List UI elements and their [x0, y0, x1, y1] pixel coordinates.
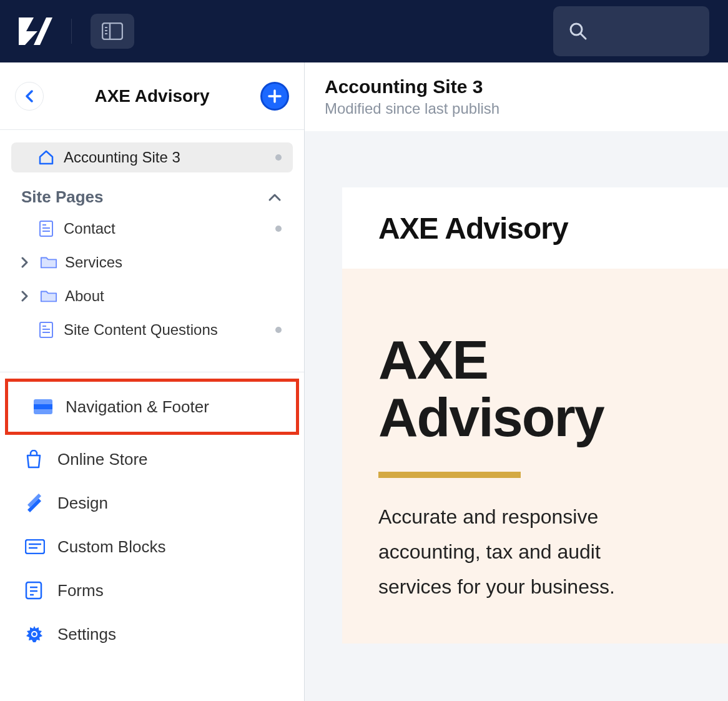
document-icon	[39, 321, 56, 339]
menu-label: Design	[57, 494, 108, 513]
menu-design[interactable]: Design	[0, 481, 304, 525]
page-item-about[interactable]: About	[11, 279, 293, 313]
design-icon	[25, 494, 45, 512]
folder-icon	[40, 289, 57, 304]
app-logo	[19, 17, 52, 45]
expand-chevron[interactable]	[17, 257, 32, 268]
modified-dot	[275, 327, 282, 333]
menu-online-store[interactable]: Online Store	[0, 437, 304, 481]
page-label: Site Content Questions	[64, 321, 268, 339]
blocks-icon	[25, 539, 45, 554]
expand-chevron[interactable]	[17, 291, 32, 302]
add-button[interactable]	[260, 82, 289, 111]
main: AXE Advisory Accounting Site 3 Site Page…	[0, 62, 728, 701]
menu-label: Forms	[57, 581, 104, 600]
hero-underline	[378, 472, 521, 478]
menu-label: Online Store	[57, 450, 148, 469]
page-label: Services	[65, 254, 282, 271]
page-label: Contact	[64, 220, 268, 237]
back-button[interactable]	[15, 82, 44, 111]
site-header-block[interactable]: AXE Advisory	[342, 187, 728, 269]
site-pages-toggle[interactable]: Site Pages	[11, 172, 293, 212]
menu-navigation-footer[interactable]: Navigation & Footer	[8, 382, 296, 432]
preview-subtitle: Modified since last publish	[325, 100, 708, 117]
home-page-label: Accounting Site 3	[64, 149, 267, 166]
forms-icon	[25, 581, 45, 600]
search-button[interactable]	[553, 6, 709, 56]
modified-dot	[275, 226, 282, 232]
menu-settings[interactable]: Settings	[0, 612, 304, 656]
preview-title: Accounting Site 3	[325, 76, 708, 97]
page-item-contact[interactable]: Contact	[11, 212, 293, 246]
highlight-annotation: Navigation & Footer	[5, 379, 299, 435]
panel-icon	[102, 22, 123, 40]
chevron-up-icon	[268, 193, 282, 202]
document-icon	[39, 220, 56, 237]
home-icon	[37, 149, 55, 166]
svg-point-29	[32, 632, 36, 636]
page-item-site-content-questions[interactable]: Site Content Questions	[11, 313, 293, 347]
chevron-right-icon	[21, 257, 29, 268]
site-hero-block[interactable]: AXE Advisory Accurate and responsive acc…	[342, 269, 728, 644]
sidebar-body: Accounting Site 3 Site Pages Contact	[0, 130, 304, 347]
site-header-text: AXE Advisory	[378, 211, 568, 246]
preview-pane: Accounting Site 3 Modified since last pu…	[305, 62, 728, 701]
page-item-services[interactable]: Services	[11, 246, 293, 279]
menu-custom-blocks[interactable]: Custom Blocks	[0, 525, 304, 569]
menu-label: Settings	[57, 625, 116, 644]
gear-icon	[25, 625, 45, 644]
site-pages-label: Site Pages	[21, 187, 104, 207]
svg-rect-18	[34, 399, 52, 404]
hero-title: AXE Advisory	[378, 331, 692, 447]
hero-body: Accurate and responsive accounting, tax …	[378, 499, 666, 604]
menu-forms[interactable]: Forms	[0, 569, 304, 612]
search-icon	[568, 21, 588, 41]
preview-canvas: AXE Advisory AXE Advisory Accurate and r…	[305, 131, 728, 701]
menu-label: Custom Blocks	[57, 537, 165, 557]
sidebar-title: AXE Advisory	[55, 86, 249, 106]
page-label: About	[65, 287, 282, 305]
chevron-left-icon	[25, 90, 34, 102]
modified-dot	[275, 154, 282, 161]
chevron-right-icon	[21, 291, 29, 302]
sidebar-menu: Navigation & Footer Online Store Design	[0, 372, 304, 656]
svg-line-6	[581, 34, 586, 39]
sidebar: AXE Advisory Accounting Site 3 Site Page…	[0, 62, 305, 701]
menu-label: Navigation & Footer	[66, 397, 209, 417]
preview-header: Accounting Site 3 Modified since last pu…	[305, 62, 728, 131]
sidebar-header: AXE Advisory	[0, 62, 304, 130]
svg-rect-20	[26, 540, 44, 554]
shopping-bag-icon	[25, 450, 45, 469]
navigation-icon	[33, 399, 53, 415]
plus-icon	[268, 89, 282, 103]
home-page-row[interactable]: Accounting Site 3	[11, 142, 293, 172]
topbar-divider	[71, 19, 72, 44]
topbar	[0, 0, 728, 62]
svg-rect-19	[34, 409, 52, 414]
panel-toggle-button[interactable]	[91, 14, 134, 49]
folder-icon	[40, 255, 57, 270]
